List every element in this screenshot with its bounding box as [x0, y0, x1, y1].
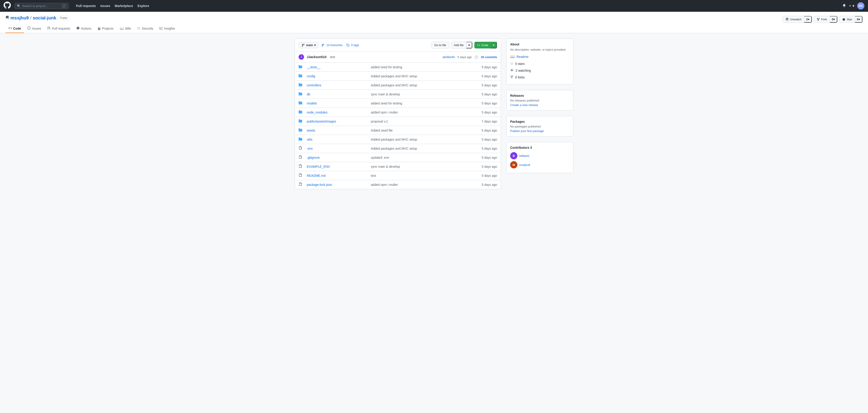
watching-count: 2 watching	[516, 69, 531, 72]
tab-pull-requests[interactable]: Pull requests	[44, 24, 73, 33]
file-message: test	[367, 171, 461, 180]
table-row[interactable]: EXAMPLE_ENV sync main & develop 5 days a…	[295, 162, 501, 171]
go-to-file-button[interactable]: Go to file	[432, 41, 449, 49]
tab-issues-label: Issues	[32, 27, 41, 30]
file-message: sync main & develop	[367, 162, 461, 171]
add-file-dropdown[interactable]: ▾	[466, 42, 472, 49]
contributors-section: Contributors 3 B bkfleet1 M mssjhu9	[506, 142, 573, 173]
create-release-link[interactable]: Create a new release	[510, 103, 538, 107]
file-name[interactable]: .env	[303, 144, 367, 153]
table-row[interactable]: seeds Added seed file 5 days ago	[295, 126, 501, 135]
file-icon	[295, 171, 303, 180]
star-dropdown[interactable]: 0 ▾	[855, 16, 862, 23]
tab-wiki[interactable]: 📖 Wiki	[117, 24, 134, 33]
code-button[interactable]: Code	[474, 42, 491, 49]
unwatch-button[interactable]: Unwatch	[783, 16, 804, 23]
file-message: Added seed file	[367, 126, 461, 135]
stat-watching: 👁 2 watching	[510, 67, 569, 74]
file-name[interactable]: __tests__	[303, 63, 367, 72]
tab-wiki-label: Wiki	[125, 27, 131, 30]
commit-time: 5 days ago	[458, 55, 472, 59]
table-row[interactable]: public/assets/images proposal v.1 7 days…	[295, 117, 501, 126]
table-row[interactable]: db sync main & develop 5 days ago	[295, 90, 501, 99]
commit-hash-link[interactable]: a6d8e94	[442, 55, 455, 59]
add-file-group: Add file ▾	[451, 41, 472, 49]
table-row[interactable]: README.md test 5 days ago	[295, 171, 501, 180]
contributor-row: M mssjhu9	[510, 160, 569, 169]
repo-name-link[interactable]: social-junk	[33, 15, 56, 21]
file-name[interactable]: .gitignore	[303, 153, 367, 162]
navbar-explore[interactable]: Explore	[135, 3, 151, 9]
actions-tab-icon	[76, 27, 80, 30]
table-row[interactable]: node_modules added npm i multer 5 days a…	[295, 108, 501, 117]
file-name[interactable]: EXAMPLE_ENV	[303, 162, 367, 171]
notification-bell-icon[interactable]	[842, 4, 846, 8]
readme-link[interactable]: Readme	[517, 55, 528, 59]
commits-count-link[interactable]: 25 commits	[481, 55, 497, 59]
contributor-name[interactable]: mssjhu9	[519, 163, 530, 167]
table-row[interactable]: models added seed for testing 5 days ago	[295, 99, 501, 108]
table-row[interactable]: controllers Added packages and MVC setup…	[295, 81, 501, 90]
table-row[interactable]: .gitignore updated .env 5 days ago	[295, 153, 501, 162]
table-row[interactable]: utils Added packages and MVC setup 5 day…	[295, 135, 501, 144]
tab-issues[interactable]: Issues	[24, 24, 44, 33]
tags-link[interactable]: 0 tags	[346, 43, 359, 47]
file-name[interactable]: models	[303, 99, 367, 108]
file-name[interactable]: config	[303, 72, 367, 81]
contributor-name[interactable]: bkfleet1	[519, 154, 530, 158]
tab-actions[interactable]: Actions	[73, 24, 94, 33]
fork-count: 0	[832, 18, 833, 21]
folder-icon	[295, 81, 303, 90]
fork-button[interactable]: Fork	[814, 16, 830, 23]
navbar-issues[interactable]: Issues	[98, 3, 112, 9]
table-row[interactable]: package-lock.json added npm i multer 5 d…	[295, 180, 501, 189]
tab-code[interactable]: Code	[5, 24, 24, 33]
packages-title: Packages	[510, 120, 569, 123]
search-bar[interactable]: 🔍 Search or jump to... /	[14, 3, 69, 9]
file-name[interactable]: utils	[303, 135, 367, 144]
code-dropdown[interactable]: ▾	[491, 42, 497, 49]
tab-insights[interactable]: Insights	[156, 24, 178, 33]
file-name[interactable]: node_modules	[303, 108, 367, 117]
table-row[interactable]: __tests__ added seed for testing 5 days …	[295, 63, 501, 72]
issues-tab-icon	[27, 27, 31, 30]
commit-username[interactable]: JJackson510	[307, 55, 327, 59]
file-browser: main ▾ 10 branches 0 tags Go to file Add…	[295, 39, 501, 189]
releases-title: Releases	[510, 94, 569, 97]
stat-stars: ☆ 0 stars	[510, 60, 569, 67]
file-name[interactable]: db	[303, 90, 367, 99]
navbar-pull-requests[interactable]: Pull requests	[74, 3, 98, 9]
file-name[interactable]: public/assets/images	[303, 117, 367, 126]
github-logo[interactable]	[4, 2, 11, 10]
file-name[interactable]: package-lock.json	[303, 180, 367, 189]
star-button[interactable]: Star	[839, 16, 855, 23]
tab-security-label: Security	[142, 27, 153, 30]
code-label: Code	[481, 43, 488, 47]
publish-package-link[interactable]: Publish your first package	[510, 129, 544, 133]
commit-message: test	[330, 55, 335, 59]
file-name[interactable]: controllers	[303, 81, 367, 90]
file-icon	[295, 162, 303, 171]
file-name[interactable]: README.md	[303, 171, 367, 180]
releases-section: Releases No releases published Create a …	[506, 90, 573, 110]
branch-selector[interactable]: main ▾	[299, 42, 319, 48]
add-file-button[interactable]: Add file	[451, 42, 466, 49]
folder-icon	[295, 135, 303, 144]
commit-banner: J JJackson510 test a6d8e94 5 days ago 🕐 …	[295, 52, 501, 63]
stars-count: 0 stars	[515, 62, 525, 66]
file-time: 5 days ago	[461, 153, 501, 162]
plus-icon[interactable]: + ▾	[849, 3, 855, 8]
file-message: added seed for testing	[367, 63, 461, 72]
table-row[interactable]: .env Added packages and MVC setup 5 days…	[295, 144, 501, 153]
repo-owner-link[interactable]: mssjhu9	[10, 15, 29, 21]
tab-security[interactable]: 🛡 Security	[134, 24, 156, 33]
file-time: 5 days ago	[461, 126, 501, 135]
file-name[interactable]: seeds	[303, 126, 367, 135]
table-row[interactable]: config Added packages and MVC setup 5 da…	[295, 72, 501, 81]
tab-projects[interactable]: ▦ Projects	[94, 24, 117, 33]
fork-dropdown[interactable]: 0 ▾	[830, 16, 837, 23]
navbar-marketplace[interactable]: Marketplace	[113, 3, 135, 9]
unwatch-dropdown[interactable]: 2 ▾	[804, 16, 811, 23]
user-avatar[interactable]: MS	[857, 2, 864, 9]
branches-link[interactable]: 10 branches	[321, 43, 342, 47]
